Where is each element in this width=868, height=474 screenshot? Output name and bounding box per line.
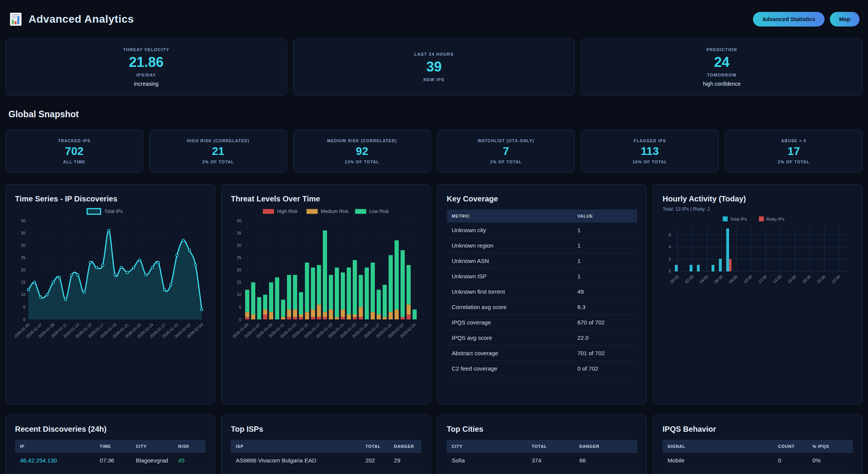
table-row: Unknown ISP1 <box>447 269 637 284</box>
svg-text:High Risk: High Risk <box>277 209 298 214</box>
app-title: Advanced Analytics <box>28 13 134 25</box>
table-row: AS8866 Vivacom Bulgaria EAD20229 <box>231 453 421 468</box>
stat-sublabel: 16% OF TOTAL <box>633 160 667 164</box>
stat-value: 21.86 <box>129 55 164 69</box>
metric-cell: C2 feed coverage <box>447 361 573 376</box>
column-header: VALUE <box>573 210 637 223</box>
top-isps-table: ISPTOTALDANGERAS8866 Vivacom Bulgaria EA… <box>231 440 421 468</box>
header-actions: Advanced Statistics Map <box>753 12 860 27</box>
stat-label: ABUSE > 0 <box>781 138 806 143</box>
stat-sublabel: 13% OF TOTAL <box>345 160 379 164</box>
stat-value: 113 <box>641 146 659 157</box>
total-cell: 374 <box>527 453 574 468</box>
threat-levels-chart[interactable]: 05101520253035402026-01-052026-01-072026… <box>231 206 421 351</box>
stat-value: 39 <box>426 60 442 74</box>
column-header: CITY <box>447 440 527 453</box>
column-header: ISP <box>231 440 361 453</box>
metric-cell: Unknown ASN <box>447 253 573 269</box>
metric-cell: Unknown ISP <box>447 269 573 284</box>
table-row: Unknown city1 <box>447 223 637 238</box>
metric-cell: Correlation avg score <box>447 299 573 315</box>
stat-value: 21 <box>212 146 224 157</box>
ipqs-behavior-table: SIGNALCOUNT% IPQSMobile00% <box>663 440 853 468</box>
top-isps-title: Top ISPs <box>231 425 421 434</box>
metric-cell: Unknown city <box>447 223 573 238</box>
value-cell: 0 of 702 <box>573 361 637 376</box>
svg-text:2: 2 <box>669 257 671 261</box>
section-title-global-snapshot: Global Snapshot <box>8 109 860 120</box>
svg-text:10: 10 <box>21 292 25 297</box>
hourly-activity-chart[interactable]: 024600:0002:0004:0006:0008:0010:0012:001… <box>663 214 853 294</box>
hourly-activity-summary: Total: 13 IPs | Risky: 2 <box>663 206 853 212</box>
svg-text:16:00: 16:00 <box>787 274 797 284</box>
snapshot-card: MEDIUM RISK (CORRELATED)9213% OF TOTAL <box>293 130 431 173</box>
table-row: Unknown first torrent49 <box>447 284 637 299</box>
risk-cell: 45 <box>173 453 205 468</box>
value-cell: 670 of 702 <box>573 315 637 330</box>
top-isps-panel: Top ISPs ISPTOTALDANGERAS8866 Vivacom Bu… <box>221 414 431 474</box>
svg-text:35: 35 <box>237 231 241 235</box>
svg-text:4: 4 <box>669 244 671 249</box>
svg-text:25: 25 <box>237 255 241 260</box>
stat-value: 7 <box>503 146 509 157</box>
city-cell: Blagoevgrad <box>131 453 173 468</box>
svg-text:40: 40 <box>237 218 241 223</box>
svg-text:0: 0 <box>669 269 671 273</box>
stat-value: 92 <box>356 146 368 157</box>
danger-cell: 66 <box>574 453 637 468</box>
table-row: Unknown region1 <box>447 238 637 253</box>
ipqs-behavior-title: IPQS Behavior <box>663 425 853 434</box>
svg-text:18:00: 18:00 <box>801 274 812 284</box>
stat-label: WATCHLIST (OTX-ONLY) <box>477 138 534 143</box>
global-snapshot-row: TRACKED IPS702ALL TIMEHIGH RISK (CORRELA… <box>5 130 863 173</box>
hourly-activity-title: Hourly Activity (Today) <box>663 195 853 203</box>
table-row: Correlation avg score6.3 <box>447 299 637 315</box>
analytics-logo-icon <box>8 12 23 27</box>
svg-text:35: 35 <box>21 231 25 235</box>
charts-row: Time Series - IP Discoveries 05101520253… <box>5 184 863 404</box>
column-header: COUNT <box>773 440 807 453</box>
recent-discoveries-title: Recent Discoveries (24h) <box>15 425 205 434</box>
stat-value: 24 <box>714 55 729 69</box>
metric-cell: Unknown first torrent <box>447 284 573 299</box>
key-coverage-title: Key Coverage <box>447 195 637 203</box>
pct-cell: 0% <box>807 453 853 468</box>
column-header: DANGER <box>574 440 637 453</box>
table-row: Unknown ASN1 <box>447 253 637 269</box>
svg-text:Total IPs: Total IPs <box>104 209 123 214</box>
stat-label: MEDIUM RISK (CORRELATED) <box>327 138 397 143</box>
table-header-row: ISPTOTALDANGER <box>231 440 421 453</box>
value-cell: 701 of 702 <box>573 346 637 361</box>
svg-text:0: 0 <box>23 317 25 322</box>
snapshot-card: FLAGGED IPS11316% OF TOTAL <box>581 130 719 173</box>
table-row: Abstract coverage701 of 702 <box>447 346 637 361</box>
column-header: TOTAL <box>527 440 574 453</box>
column-header: DANGER <box>389 440 421 453</box>
stat-value: 702 <box>65 146 83 157</box>
svg-text:5: 5 <box>23 305 25 309</box>
time-series-chart[interactable]: 05101520253035402026-01-052026-01-072026… <box>15 206 205 351</box>
time-cell: 07:36 <box>95 453 131 468</box>
map-button[interactable]: Map <box>830 12 860 27</box>
ip-cell[interactable]: 46.42.254.130 <box>15 453 95 468</box>
svg-text:02:00: 02:00 <box>684 274 694 284</box>
table-row: IPQS avg score22.0 <box>447 330 637 346</box>
stat-sublabel: NEW IPS <box>424 77 445 82</box>
city-cell: Sofia <box>447 453 527 468</box>
column-header: METRIC <box>447 210 573 223</box>
table-header-row: CITYTOTALDANGER <box>447 440 637 453</box>
table-header-row: SIGNALCOUNT% IPQS <box>663 440 853 453</box>
stat-sublabel: ALL TIME <box>63 160 85 164</box>
svg-text:Medium Risk: Medium Risk <box>320 209 349 214</box>
svg-text:20: 20 <box>21 268 25 272</box>
advanced-statistics-button[interactable]: Advanced Statistics <box>753 12 825 27</box>
signal-cell: Mobile <box>663 453 773 468</box>
threat-levels-panel: Threat Levels Over Time 0510152025303540… <box>221 184 431 404</box>
value-cell: 6.3 <box>573 299 637 315</box>
stat-note: high confidence <box>703 81 741 87</box>
stat-label: PREDICTION <box>706 47 737 52</box>
stat-label: HIGH RISK (CORRELATED) <box>187 138 250 143</box>
isp-cell: AS8866 Vivacom Bulgaria EAD <box>231 453 361 468</box>
stat-sublabel: IPS/DAY <box>136 73 156 77</box>
stat-card: THREAT VELOCITY21.86IPS/DAYincreasing <box>5 38 287 95</box>
